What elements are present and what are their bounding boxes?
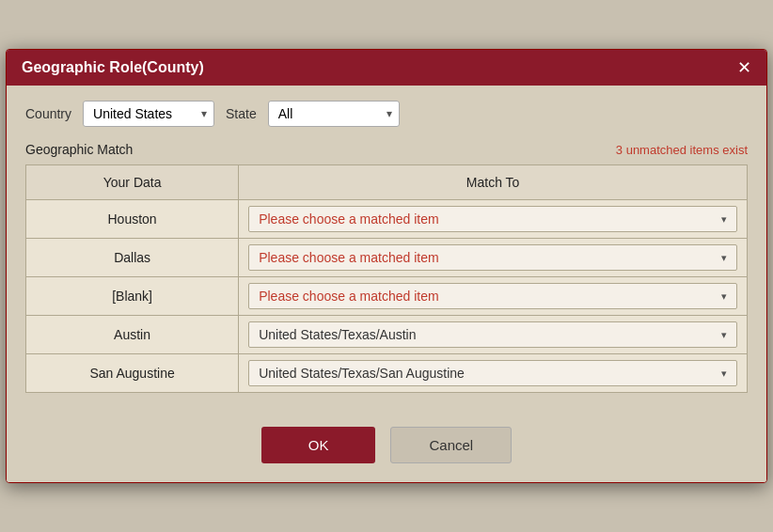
match-to-cell: Please choose a matched item▾ [239,239,748,277]
state-label: State [226,106,257,121]
table-row: AustinUnited States/Texas/Austin▾ [26,316,748,354]
country-label: Country [25,106,71,121]
ok-button[interactable]: OK [261,427,376,463]
match-to-cell: Please choose a matched item▾ [239,200,748,239]
match-dropdown[interactable]: United States/Texas/San Augustine▾ [248,360,737,386]
match-value: United States/Texas/Austin [259,327,416,342]
footer: OK Cancel [7,408,766,482]
your-data-cell: San Augustine [26,354,239,393]
match-to-cell: United States/Texas/San Augustine▾ [239,354,748,393]
match-dropdown[interactable]: Please choose a matched item▾ [248,206,737,232]
cancel-button[interactable]: Cancel [390,427,512,463]
state-select[interactable]: All [268,101,400,127]
match-value: Please choose a matched item [259,289,438,304]
your-data-cell: Houston [26,200,239,239]
close-button[interactable]: ✕ [737,59,751,76]
match-table: Your Data Match To HoustonPlease choose … [25,164,748,393]
chevron-down-icon: ▾ [721,290,727,303]
match-value: Please choose a matched item [259,211,438,227]
match-value: United States/Texas/San Augustine [259,366,465,381]
geo-match-label: Geographic Match [25,142,133,157]
your-data-cell: [Blank] [26,277,239,316]
match-to-cell: Please choose a matched item▾ [239,277,748,316]
country-select-wrapper[interactable]: United States [83,101,214,127]
your-data-cell: Dallas [26,239,239,277]
table-row: [Blank]Please choose a matched item▾ [26,277,748,316]
match-dropdown[interactable]: United States/Texas/Austin▾ [248,321,737,348]
table-row: DallasPlease choose a matched item▾ [26,239,748,277]
filter-row: Country United States State All [25,101,748,127]
table-row: San AugustineUnited States/Texas/San Aug… [26,354,748,393]
dialog-body: Country United States State All Geograph… [7,86,766,408]
table-header-row: Your Data Match To [26,165,748,200]
chevron-down-icon: ▾ [721,368,727,380]
chevron-down-icon: ▾ [721,213,727,226]
col-your-data: Your Data [26,165,239,200]
col-match-to: Match To [239,165,748,200]
chevron-down-icon: ▾ [721,252,727,264]
table-row: HoustonPlease choose a matched item▾ [26,200,748,239]
dialog-title: Geographic Role(County) [22,59,204,76]
geo-match-header: Geographic Match 3 unmatched items exist [25,142,748,157]
your-data-cell: Austin [26,316,239,354]
title-bar: Geographic Role(County) ✕ [7,50,766,86]
match-value: Please choose a matched item [259,250,438,265]
state-select-wrapper[interactable]: All [268,101,400,127]
unmatched-notice: 3 unmatched items exist [616,143,748,157]
match-dropdown[interactable]: Please choose a matched item▾ [248,283,737,309]
match-to-cell: United States/Texas/Austin▾ [239,316,748,354]
country-select[interactable]: United States [83,101,214,127]
geographic-role-dialog: Geographic Role(County) ✕ Country United… [6,49,767,483]
match-dropdown[interactable]: Please choose a matched item▾ [248,244,737,271]
chevron-down-icon: ▾ [721,329,727,341]
